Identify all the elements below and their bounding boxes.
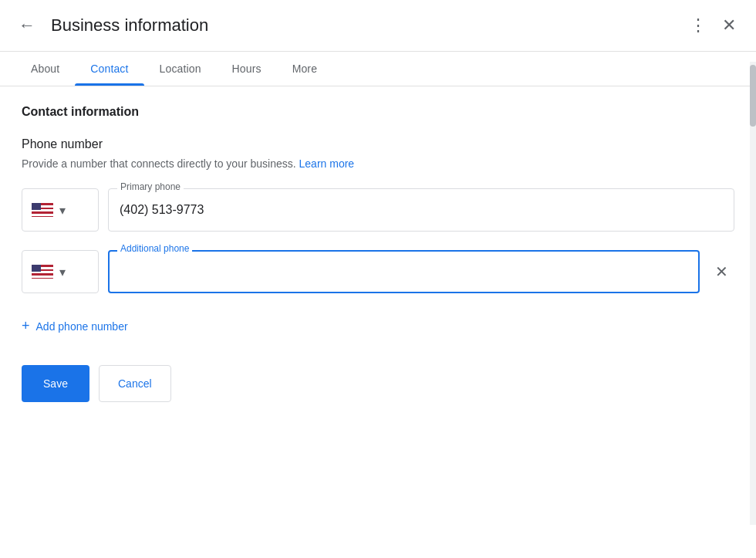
primary-phone-field-wrapper: Primary phone <box>108 188 734 232</box>
additional-phone-input[interactable] <box>108 250 700 293</box>
tab-contact[interactable]: Contact <box>75 52 143 86</box>
page-title: Business information <box>51 15 685 36</box>
tab-hours[interactable]: Hours <box>217 52 277 86</box>
save-button[interactable]: Save <box>22 365 89 402</box>
plus-icon: + <box>22 318 30 334</box>
clear-additional-phone-button[interactable]: ✕ <box>709 259 734 284</box>
scrollbar[interactable] <box>750 62 756 525</box>
back-button[interactable]: ← <box>15 14 39 37</box>
phone-description: Provide a number that connects directly … <box>22 157 734 170</box>
chevron-down-icon: ▾ <box>59 203 66 218</box>
primary-country-select[interactable]: ▾ <box>22 188 99 232</box>
action-buttons: Save Cancel <box>22 365 734 402</box>
additional-phone-row: ▾ Additional phone ✕ <box>22 250 734 293</box>
chevron-down-icon-2: ▾ <box>59 265 66 279</box>
header: ← Business information ⋮ ✕ <box>0 0 756 52</box>
close-button[interactable]: ✕ <box>717 11 741 40</box>
phone-number-title: Phone number <box>22 137 734 151</box>
tab-about[interactable]: About <box>15 52 75 86</box>
scrollbar-thumb[interactable] <box>750 65 756 127</box>
section-title: Contact information <box>22 105 734 119</box>
tab-more[interactable]: More <box>277 52 332 86</box>
us-flag-icon <box>32 203 53 217</box>
primary-phone-row: ▾ Primary phone <box>22 188 734 232</box>
additional-phone-field-wrapper: Additional phone <box>108 250 700 293</box>
cancel-button[interactable]: Cancel <box>99 365 171 402</box>
us-flag-icon-2 <box>32 265 53 279</box>
header-actions: ⋮ ✕ <box>685 11 741 40</box>
primary-phone-input[interactable] <box>108 188 734 232</box>
tabs-bar: About Contact Location Hours More <box>0 52 756 86</box>
add-phone-button[interactable]: + Add phone number <box>22 312 128 340</box>
main-content: Contact information Phone number Provide… <box>0 86 756 421</box>
menu-button[interactable]: ⋮ <box>685 11 711 40</box>
additional-country-select[interactable]: ▾ <box>22 250 99 293</box>
learn-more-link[interactable]: Learn more <box>299 157 355 170</box>
tab-location[interactable]: Location <box>144 52 217 86</box>
